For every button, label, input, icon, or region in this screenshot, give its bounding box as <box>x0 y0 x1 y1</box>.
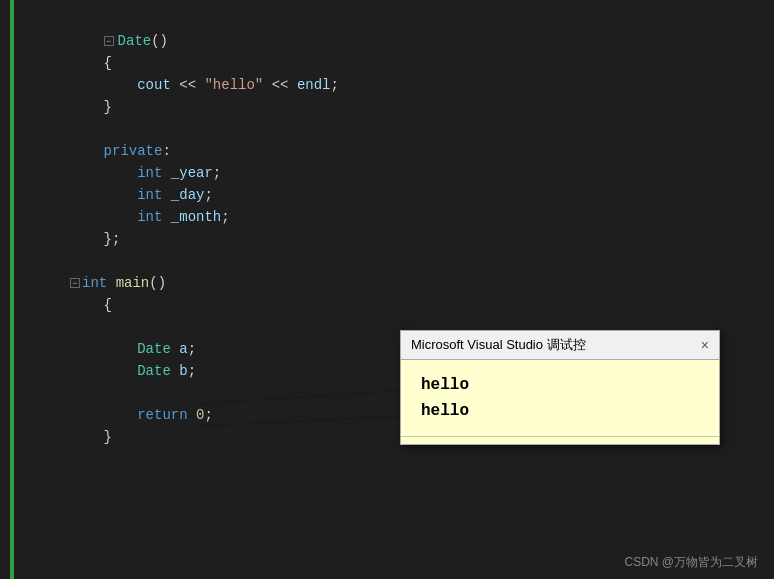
code-content: −Date() { cout << "hello" << endl; } pri… <box>60 0 774 579</box>
editor-area: −Date() { cout << "hello" << endl; } pri… <box>0 0 774 579</box>
output-line-2: hello <box>421 398 699 424</box>
watermark: CSDN @万物皆为二叉树 <box>624 554 758 571</box>
green-bar <box>10 0 14 579</box>
popup-footer <box>401 436 719 444</box>
popup-title-bar: Microsoft Visual Studio 调试控 × <box>401 331 719 360</box>
debug-popup[interactable]: Microsoft Visual Studio 调试控 × hello hell… <box>400 330 720 445</box>
popup-close-button[interactable]: × <box>701 337 709 353</box>
popup-title-text: Microsoft Visual Studio 调试控 <box>411 336 586 354</box>
popup-output: hello hello <box>401 360 719 436</box>
gutter <box>0 0 60 579</box>
output-line-1: hello <box>421 372 699 398</box>
